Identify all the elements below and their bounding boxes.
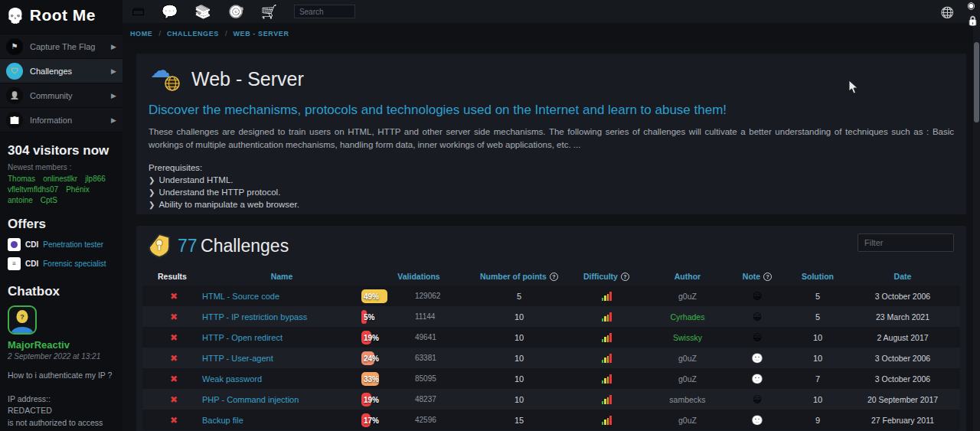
- sidebar-item-community[interactable]: 👤 Community ▶: [0, 83, 122, 108]
- member-link[interactable]: antoine: [8, 196, 33, 204]
- skull-logo-icon: 💀: [6, 7, 24, 24]
- column-author[interactable]: Author: [651, 272, 724, 281]
- root-me-app: 💀 Root Me ⚑ Capture The Flag ▶ 🛡 Challen…: [0, 0, 980, 431]
- difficulty-indicator: [562, 416, 651, 425]
- breadcrumb-separator: /: [158, 30, 161, 38]
- column-date[interactable]: Date: [845, 272, 960, 281]
- docs-icon[interactable]: 📚: [194, 4, 211, 20]
- lock-icon[interactable]: 🔒: [967, 15, 978, 26]
- help-icon[interactable]: ?: [550, 273, 558, 281]
- difficulty-indicator: [562, 354, 651, 363]
- author-cell: Cyrhades: [651, 312, 724, 322]
- globe-language-icon[interactable]: 🌐: [941, 6, 954, 18]
- search-input[interactable]: [294, 5, 355, 18]
- chevron-right-icon: ▶: [111, 43, 116, 51]
- column-difficulty[interactable]: Difficulty?: [562, 272, 651, 281]
- validations-cell: 19%49641: [361, 331, 476, 344]
- topbar: 🗃 💬 📚 🎯 🛒 🌐: [122, 0, 980, 23]
- offer-link[interactable]: Penetration tester: [43, 240, 103, 249]
- challenges-table: Results Name Validations Number of point…: [142, 267, 960, 430]
- ctf-flag-icon: ⚑: [6, 38, 23, 55]
- points-value: 10: [476, 374, 562, 384]
- not-solved-icon: ✖: [170, 394, 178, 405]
- ctf-icon[interactable]: 🎯: [227, 4, 243, 20]
- help-icon[interactable]: ?: [621, 273, 629, 281]
- help-icon[interactable]: ?: [763, 273, 772, 281]
- author-link[interactable]: g0uZ: [678, 292, 697, 301]
- chat-avatar[interactable]: ?: [8, 305, 37, 335]
- column-points[interactable]: Number of points?: [476, 272, 562, 281]
- note-cell: 🙂: [724, 353, 790, 364]
- challenge-name-link[interactable]: HTML - Source code: [202, 292, 279, 301]
- scrollbar-thumb[interactable]: [974, 42, 979, 122]
- author-link[interactable]: sambecks: [669, 395, 705, 404]
- challenges-heading: Challenges: [201, 236, 289, 256]
- sidebar-item-information[interactable]: 🏢 Information ▶: [0, 108, 122, 132]
- challenge-name-link[interactable]: PHP - Command injection: [202, 395, 299, 404]
- community-person-icon: 👤: [6, 87, 23, 104]
- member-link[interactable]: jlp866: [85, 175, 106, 183]
- column-name[interactable]: Name: [202, 272, 361, 281]
- offer-company-logo: [8, 238, 21, 251]
- sidebar-item-challenges[interactable]: 🛡 Challenges ▶: [0, 59, 122, 83]
- chevron-right-icon: ▶: [111, 67, 116, 75]
- member-link[interactable]: onlinestlkr: [43, 175, 77, 183]
- challenge-name-link[interactable]: HTTP - IP restriction bypass: [202, 312, 307, 322]
- target-icon[interactable]: ◉: [967, 0, 978, 11]
- member-link[interactable]: Thomas: [8, 175, 35, 183]
- note-cell: 🙂: [724, 415, 790, 426]
- challenge-date: 27 February 2011: [845, 416, 960, 425]
- author-cell: sambecks: [651, 395, 724, 404]
- offer-link[interactable]: Forensic specialist: [43, 260, 106, 268]
- offer-contract-type: CDI: [25, 260, 38, 268]
- filter-input[interactable]: [858, 233, 954, 252]
- challenges-panel: 77 Challenges Results Name Validations N…: [136, 226, 966, 431]
- column-validations[interactable]: Validations: [361, 272, 476, 281]
- forum-icon[interactable]: 💬: [162, 4, 178, 20]
- author-link[interactable]: g0uZ: [678, 354, 697, 363]
- points-value: 10: [476, 333, 562, 342]
- sidebar: 💀 Root Me ⚑ Capture The Flag ▶ 🛡 Challen…: [0, 0, 122, 431]
- table-header-row: Results Name Validations Number of point…: [142, 267, 960, 286]
- breadcrumb-home[interactable]: HOME: [130, 30, 152, 38]
- author-link[interactable]: g0uZ: [678, 416, 697, 425]
- member-link[interactable]: vfleltvmfldhs07: [8, 185, 58, 194]
- member-link[interactable]: Phénix: [66, 185, 90, 194]
- table-body: ✖HTML - Source code49%1290625g0uZ😁53 Oct…: [142, 286, 960, 430]
- sidebar-menu: ⚑ Capture The Flag ▶ 🛡 Challenges ▶ 👤 Co…: [0, 34, 122, 132]
- offer-penetration-tester[interactable]: CDI Penetration tester: [0, 235, 122, 254]
- challenge-blocks-icon[interactable]: 🗃: [132, 4, 145, 19]
- breadcrumb-web-server[interactable]: WEB - SERVER: [233, 30, 289, 38]
- solution-count: 5: [790, 292, 845, 301]
- difficulty-bars-icon: [602, 312, 612, 322]
- member-link[interactable]: CptS: [41, 196, 57, 204]
- note-cell: 😁: [724, 332, 790, 343]
- challenge-name-cell: PHP - Command injection: [202, 395, 361, 404]
- solution-count: 7: [790, 374, 845, 384]
- offer-forensic-specialist[interactable]: ≡ CDI Forensic specialist: [0, 254, 122, 273]
- not-solved-icon: ✖: [170, 291, 178, 302]
- difficulty-bars-icon: [602, 416, 612, 425]
- logo[interactable]: 💀 Root Me: [0, 0, 122, 29]
- cart-icon[interactable]: 🛒: [261, 4, 277, 20]
- author-link[interactable]: Cyrhades: [671, 312, 705, 322]
- points-value: 10: [476, 312, 562, 322]
- challenge-name-link[interactable]: HTTP - Open redirect: [202, 333, 283, 342]
- challenge-name-link[interactable]: Weak password: [202, 374, 262, 384]
- breadcrumb-challenges[interactable]: CHALLENGES: [167, 30, 219, 38]
- note-cell: 😁: [724, 394, 790, 405]
- challenge-name-link[interactable]: Backup file: [202, 416, 243, 425]
- sidebar-item-capture-the-flag[interactable]: ⚑ Capture The Flag ▶: [0, 34, 122, 59]
- chevron-right-icon: ▶: [111, 92, 116, 100]
- column-note[interactable]: Note?: [724, 272, 790, 281]
- column-solution[interactable]: Solution: [790, 272, 845, 281]
- author-link[interactable]: Swissky: [673, 333, 702, 342]
- sidebar-item-label: Community: [30, 91, 104, 100]
- author-link[interactable]: g0uZ: [678, 374, 697, 384]
- challenge-date: 23 March 2021: [845, 312, 960, 322]
- challenge-row: ✖HTML - Source code49%1290625g0uZ😁53 Oct…: [142, 286, 960, 306]
- chat-username-link[interactable]: MajorReactiv: [8, 339, 115, 351]
- validation-percentage-badge: 17%: [361, 413, 407, 427]
- column-results: Results: [142, 272, 202, 281]
- challenge-name-link[interactable]: HTTP - User-agent: [202, 354, 273, 363]
